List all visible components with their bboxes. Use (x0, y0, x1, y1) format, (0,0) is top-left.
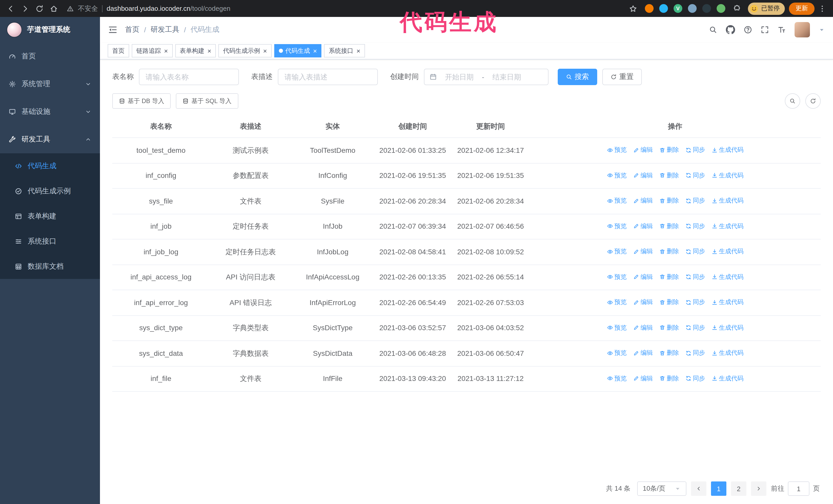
action-preview[interactable]: 预览 (607, 373, 627, 384)
header-search-icon[interactable] (709, 26, 717, 34)
action-preview[interactable]: 预览 (607, 195, 627, 207)
goto-page-input[interactable] (788, 481, 809, 496)
extension-icon[interactable] (717, 4, 725, 13)
action-sync[interactable]: 同步 (685, 271, 705, 283)
search-button[interactable]: 搜索 (558, 69, 597, 85)
action-preview[interactable]: 预览 (607, 144, 627, 156)
action-sync[interactable]: 同步 (685, 144, 705, 156)
action-sync[interactable]: 同步 (685, 246, 705, 257)
tab-5[interactable]: 系统接口× (324, 44, 365, 57)
page-button[interactable]: 1 (711, 481, 727, 496)
close-icon[interactable]: × (357, 47, 360, 54)
action-edit[interactable]: 编辑 (633, 169, 653, 181)
help-icon[interactable] (744, 26, 752, 34)
start-date-input[interactable] (439, 73, 480, 81)
sidebar-item-codegen-example[interactable]: 代码生成示例 (0, 178, 100, 203)
close-icon[interactable]: × (263, 47, 267, 54)
sidebar-item-system-manage[interactable]: 系统管理 (0, 70, 100, 98)
extension-icon[interactable]: V (673, 4, 682, 13)
user-avatar[interactable] (794, 22, 810, 38)
action-delete[interactable]: 删除 (659, 169, 679, 181)
action-generate[interactable]: 生成代码 (711, 220, 743, 232)
action-delete[interactable]: 删除 (659, 296, 679, 308)
action-generate[interactable]: 生成代码 (711, 144, 743, 156)
breadcrumb-item[interactable]: 研发工具 (151, 25, 180, 34)
breadcrumb-item[interactable]: 首页 (125, 25, 139, 34)
page-button[interactable]: 2 (731, 481, 746, 496)
action-generate[interactable]: 生成代码 (711, 246, 743, 257)
next-page-button[interactable] (751, 481, 766, 496)
refresh-table-button[interactable] (805, 93, 821, 109)
page-size-select[interactable]: 10条/页 (637, 481, 686, 496)
action-sync[interactable]: 同步 (685, 195, 705, 207)
github-icon[interactable] (726, 25, 735, 34)
sidebar-item-form-builder[interactable]: 表单构建 (0, 203, 100, 229)
table-name-input[interactable] (139, 69, 239, 85)
action-edit[interactable]: 编辑 (633, 322, 653, 334)
browser-home-button[interactable] (47, 2, 61, 15)
address-bar[interactable]: 不安全 dashboard.yudao.iocoder.cn/tool/code… (67, 4, 620, 13)
browser-menu-button[interactable] (815, 2, 829, 15)
toggle-search-button[interactable] (785, 93, 800, 109)
extension-icon[interactable] (702, 4, 711, 13)
action-delete[interactable]: 删除 (659, 271, 679, 283)
action-edit[interactable]: 编辑 (633, 246, 653, 257)
action-delete[interactable]: 删除 (659, 144, 679, 156)
action-generate[interactable]: 生成代码 (711, 195, 743, 207)
action-sync[interactable]: 同步 (685, 296, 705, 308)
font-size-icon[interactable] (778, 26, 786, 34)
action-generate[interactable]: 生成代码 (711, 373, 743, 384)
action-edit[interactable]: 编辑 (633, 271, 653, 283)
action-sync[interactable]: 同步 (685, 322, 705, 334)
action-generate[interactable]: 生成代码 (711, 322, 743, 334)
action-delete[interactable]: 删除 (659, 195, 679, 207)
action-edit[interactable]: 编辑 (633, 195, 653, 207)
table-desc-input[interactable] (278, 69, 378, 85)
import-sql-button[interactable]: 基于 SQL 导入 (176, 93, 238, 109)
tab-4[interactable]: 代码生成× (274, 44, 322, 57)
action-preview[interactable]: 预览 (607, 347, 627, 359)
close-icon[interactable]: × (313, 47, 317, 54)
sidebar-item-db-doc[interactable]: 数据库文档 (0, 254, 100, 279)
extensions-menu-button[interactable] (731, 2, 744, 15)
action-edit[interactable]: 编辑 (633, 144, 653, 156)
action-preview[interactable]: 预览 (607, 246, 627, 257)
sidebar-toggle-button[interactable] (108, 25, 117, 34)
action-generate[interactable]: 生成代码 (711, 169, 743, 181)
sidebar-item-dev-tools[interactable]: 研发工具 (0, 126, 100, 153)
sidebar-item-infrastructure[interactable]: 基础设施 (0, 98, 100, 126)
action-delete[interactable]: 删除 (659, 322, 679, 334)
reset-button[interactable]: 重置 (602, 69, 642, 85)
action-preview[interactable]: 预览 (607, 271, 627, 283)
prev-page-button[interactable] (691, 481, 706, 496)
profile-paused-badge[interactable]: 已暂停 (748, 2, 785, 15)
extension-icon[interactable] (688, 4, 697, 13)
extension-icon[interactable] (659, 4, 668, 13)
tab-0[interactable]: 首页 (108, 44, 129, 57)
tab-1[interactable]: 链路追踪× (132, 44, 172, 57)
action-generate[interactable]: 生成代码 (711, 347, 743, 359)
sidebar-logo[interactable]: 芋道管理系统 (0, 17, 100, 43)
sidebar-item-system-api[interactable]: 系统接口 (0, 229, 100, 254)
bookmark-star-button[interactable] (626, 2, 640, 15)
create-time-range-picker[interactable]: - (424, 69, 548, 85)
import-db-button[interactable]: 基于 DB 导入 (112, 93, 171, 109)
action-sync[interactable]: 同步 (685, 220, 705, 232)
fullscreen-icon[interactable] (761, 26, 769, 34)
action-preview[interactable]: 预览 (607, 169, 627, 181)
extension-icon[interactable] (645, 4, 653, 13)
action-delete[interactable]: 删除 (659, 347, 679, 359)
action-sync[interactable]: 同步 (685, 347, 705, 359)
action-generate[interactable]: 生成代码 (711, 296, 743, 308)
sidebar-item-home[interactable]: 首页 (0, 43, 100, 70)
close-icon[interactable]: × (207, 47, 211, 54)
browser-update-button[interactable]: 更新 (789, 2, 814, 15)
action-edit[interactable]: 编辑 (633, 220, 653, 232)
tab-2[interactable]: 表单构建× (175, 44, 216, 57)
action-edit[interactable]: 编辑 (633, 373, 653, 384)
action-preview[interactable]: 预览 (607, 322, 627, 334)
avatar-caret-icon[interactable] (819, 27, 825, 33)
action-sync[interactable]: 同步 (685, 169, 705, 181)
action-preview[interactable]: 预览 (607, 296, 627, 308)
tab-3[interactable]: 代码生成示例× (218, 44, 271, 57)
